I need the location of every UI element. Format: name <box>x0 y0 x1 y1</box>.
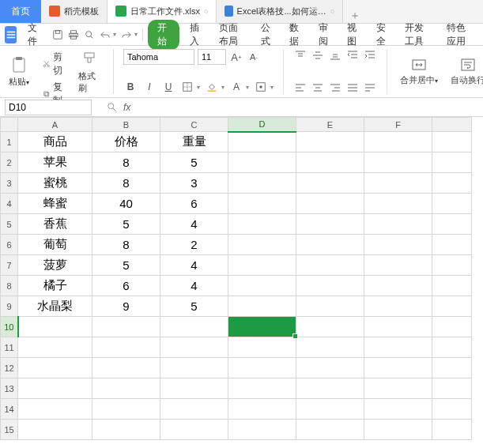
ribbon-tab-data[interactable]: 数据 <box>284 19 308 51</box>
cell[interactable] <box>296 255 364 276</box>
italic-button[interactable]: I <box>142 80 157 94</box>
cell[interactable] <box>18 317 92 337</box>
ribbon-tab-dev[interactable]: 开发工具 <box>399 19 436 51</box>
cell[interactable]: 5 <box>92 214 160 235</box>
cell[interactable] <box>364 337 432 358</box>
cell[interactable] <box>160 399 228 420</box>
row-header[interactable]: 2 <box>1 152 18 173</box>
ribbon-tab-formula[interactable]: 公式 <box>255 19 279 51</box>
preview-icon[interactable] <box>84 28 95 41</box>
cell[interactable] <box>296 378 364 399</box>
cell[interactable] <box>92 317 160 337</box>
cell[interactable] <box>296 337 364 358</box>
cell[interactable] <box>364 296 432 317</box>
row-header[interactable]: 15 <box>1 420 18 440</box>
border-button[interactable] <box>180 80 194 94</box>
underline-button[interactable]: U <box>161 80 175 94</box>
cell[interactable]: 苹果 <box>18 152 92 173</box>
redo-icon[interactable] <box>121 28 132 41</box>
name-box[interactable] <box>5 100 92 115</box>
wrap-text-button[interactable]: 自动换行 <box>447 49 483 94</box>
ribbon-tab-insert[interactable]: 插入 <box>184 19 208 51</box>
undo-icon[interactable] <box>100 28 111 41</box>
align-left-icon[interactable] <box>293 81 308 94</box>
cell[interactable] <box>160 337 228 358</box>
cell[interactable] <box>296 276 364 296</box>
chevron-down-icon[interactable]: ▾ <box>246 84 249 91</box>
cell[interactable] <box>432 358 472 378</box>
row-header[interactable]: 4 <box>1 194 18 214</box>
row-header[interactable]: 11 <box>1 337 18 358</box>
cell[interactable] <box>228 152 296 173</box>
cell[interactable] <box>296 235 364 255</box>
cell[interactable] <box>18 420 92 440</box>
cell[interactable] <box>228 420 296 440</box>
cell[interactable] <box>432 399 472 420</box>
chevron-down-icon[interactable]: ▾ <box>134 31 138 38</box>
font-shrink-icon[interactable]: A- <box>247 50 261 64</box>
cell[interactable] <box>296 399 364 420</box>
ribbon-tab-review[interactable]: 审阅 <box>313 19 337 51</box>
cell[interactable] <box>432 420 472 440</box>
fx-label[interactable]: fx <box>123 102 130 113</box>
bold-button[interactable]: B <box>123 80 138 94</box>
cell[interactable]: 3 <box>160 173 228 194</box>
paste-button[interactable]: 粘贴▾ <box>5 49 33 94</box>
indent-decrease-icon[interactable] <box>345 49 360 62</box>
cell[interactable]: 5 <box>92 255 160 276</box>
row-header[interactable]: 9 <box>1 296 18 317</box>
cell[interactable]: 价格 <box>92 132 160 152</box>
align-top-icon[interactable] <box>293 49 308 62</box>
cell[interactable]: 2 <box>160 235 228 255</box>
cell[interactable] <box>364 235 432 255</box>
font-grow-icon[interactable]: A+ <box>229 50 243 64</box>
cell[interactable]: 4 <box>160 276 228 296</box>
cell[interactable]: 6 <box>92 276 160 296</box>
cell[interactable] <box>364 358 432 378</box>
chevron-down-icon[interactable]: ▾ <box>270 84 274 91</box>
cell[interactable] <box>432 194 472 214</box>
cell[interactable]: 6 <box>160 194 228 214</box>
cell[interactable]: 香蕉 <box>18 214 92 235</box>
chevron-down-icon[interactable]: ▾ <box>221 84 225 91</box>
spreadsheet[interactable]: A B C D E F 1 商品 价格 重量 2苹果85 3蜜桃83 4蜂蜜40… <box>0 117 483 440</box>
cell[interactable] <box>92 420 160 440</box>
cell[interactable]: 重量 <box>160 132 228 152</box>
tab-template[interactable]: 稻壳模板 <box>41 0 108 23</box>
col-header-C[interactable]: C <box>160 118 228 132</box>
formula-input[interactable] <box>135 100 260 115</box>
font-color-button[interactable]: A <box>229 80 243 94</box>
cell[interactable] <box>228 235 296 255</box>
cell[interactable] <box>296 132 364 152</box>
cell[interactable]: 8 <box>92 152 160 173</box>
cell[interactable]: 8 <box>92 235 160 255</box>
cell[interactable] <box>432 173 472 194</box>
cell[interactable] <box>296 214 364 235</box>
cell[interactable] <box>432 132 472 152</box>
col-header-G[interactable] <box>432 118 472 132</box>
cell[interactable] <box>364 152 432 173</box>
cell[interactable] <box>18 399 92 420</box>
cell[interactable]: 橘子 <box>18 276 92 296</box>
cell[interactable] <box>228 399 296 420</box>
cell[interactable]: 菠萝 <box>18 255 92 276</box>
ribbon-tab-layout[interactable]: 页面布局 <box>213 19 251 51</box>
cell[interactable] <box>432 255 472 276</box>
col-header-D[interactable]: D <box>228 118 296 132</box>
cell[interactable] <box>228 255 296 276</box>
cell[interactable] <box>364 132 432 152</box>
cell[interactable]: 4 <box>160 214 228 235</box>
cell[interactable] <box>432 317 472 337</box>
chevron-down-icon[interactable]: ▾ <box>113 31 116 38</box>
cell[interactable] <box>364 420 432 440</box>
align-center-icon[interactable] <box>311 81 325 94</box>
cell[interactable] <box>92 358 160 378</box>
row-header[interactable]: 7 <box>1 255 18 276</box>
cell[interactable] <box>228 337 296 358</box>
cell[interactable] <box>228 194 296 214</box>
cell[interactable] <box>228 173 296 194</box>
align-bottom-icon[interactable] <box>328 49 342 62</box>
col-header-F[interactable]: F <box>364 118 432 132</box>
cell[interactable] <box>432 235 472 255</box>
cell[interactable]: 水晶梨 <box>18 296 92 317</box>
